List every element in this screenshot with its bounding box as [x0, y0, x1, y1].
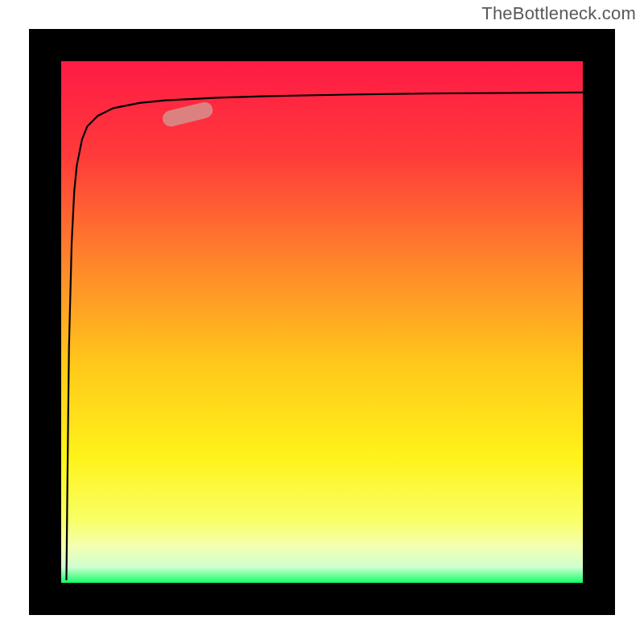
- plot-frame-bottom: [29, 583, 615, 615]
- plot-frame-top: [29, 29, 615, 61]
- plot-frame-left: [29, 29, 61, 615]
- curve-marker: [171, 110, 204, 118]
- plot-frame-right: [583, 29, 615, 615]
- chart-stage: { "attribution": "TheBottleneck.com", "c…: [0, 0, 644, 644]
- chart-svg: [0, 0, 644, 644]
- plot-gradient-fill: [61, 61, 583, 583]
